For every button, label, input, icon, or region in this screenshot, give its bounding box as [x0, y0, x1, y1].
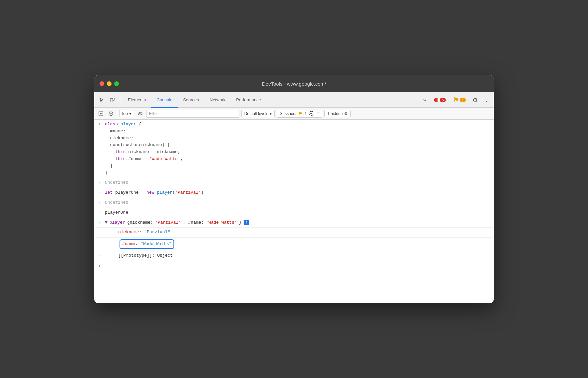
more-tabs-button[interactable]: »	[421, 97, 429, 103]
tabs-toolbar: Elements Console Sources Network Perform…	[94, 92, 494, 108]
left-arrow-3: ‹	[94, 219, 105, 226]
svg-point-7	[140, 113, 141, 114]
console-input[interactable]	[105, 263, 494, 268]
let-playerone-line: › let playerOne = new player('Parzival')	[94, 188, 494, 198]
expand-arrow-4	[94, 228, 105, 229]
minimize-button[interactable]	[107, 81, 112, 86]
expand-arrow-3[interactable]: ›	[94, 209, 105, 216]
svg-marker-3	[100, 113, 102, 115]
error-badge: 5	[440, 98, 446, 102]
issues-chat-count: 2	[316, 111, 319, 116]
console-prompt[interactable]: ›	[94, 261, 494, 271]
name-prop-line: #name: "Wade Watts"	[94, 238, 494, 251]
cursor-icon[interactable]	[97, 95, 106, 105]
execute-button[interactable]	[97, 110, 105, 118]
close-button[interactable]	[100, 81, 104, 86]
undefined-value-1: undefined	[105, 179, 494, 187]
console-content: › class player { #name; nickname; constr…	[94, 120, 494, 303]
toolbar-icons	[97, 92, 121, 107]
fullscreen-button[interactable]	[114, 81, 119, 86]
class-code: class player { #name; nickname; construc…	[105, 120, 494, 177]
top-label: top	[122, 111, 128, 116]
issues-chat-icon: 💬	[309, 111, 314, 116]
name-property: #name: "Wade Watts"	[105, 238, 494, 250]
tab-elements[interactable]: Elements	[123, 93, 151, 108]
warning-badge: 1	[460, 98, 466, 102]
chevron-down-icon: ▾	[270, 111, 272, 116]
issues-label: 3 Issues:	[280, 111, 296, 116]
divider	[117, 110, 117, 117]
nickname-property: nickname: "Parzival"	[105, 228, 494, 237]
issues-warn-icon: ⚑	[298, 111, 303, 116]
device-toggle-icon[interactable]	[108, 95, 117, 105]
tab-network[interactable]: Network	[204, 93, 231, 108]
hidden-button[interactable]: 1 hidden ⚙	[324, 110, 351, 117]
more-options-button[interactable]: ⋮	[482, 95, 491, 105]
prototype-line: › [[Prototype]]: Object	[94, 251, 494, 261]
playerone-label: playerOne	[105, 209, 494, 217]
undefined-line-1: ‹ undefined	[94, 178, 494, 188]
expand-arrow[interactable]: ›	[94, 120, 105, 128]
left-arrow-1: ‹	[94, 179, 105, 186]
svg-rect-0	[110, 99, 113, 102]
let-code: let playerOne = new player('Parzival')	[105, 189, 494, 197]
nickname-prop-line: nickname: "Parzival"	[94, 228, 494, 238]
traffic-lights	[100, 81, 119, 86]
tab-performance[interactable]: Performance	[231, 93, 266, 108]
hidden-label: 1 hidden	[327, 111, 343, 116]
prompt-arrow: ›	[94, 262, 105, 270]
left-arrow-2: ‹	[94, 199, 105, 206]
warning-count-button[interactable]: ⚑ 1	[450, 95, 468, 105]
gear-icon: ⚙	[472, 96, 478, 104]
vertical-dots-icon: ⋮	[482, 97, 490, 103]
chevron-down-icon: ▾	[129, 111, 131, 116]
issues-button[interactable]: 3 Issues: ⚑ 1 💬 2	[277, 110, 322, 118]
default-levels-label: Default levels	[244, 111, 268, 116]
filter-input[interactable]	[146, 110, 239, 118]
playerone-line: › playerOne	[94, 208, 494, 218]
expand-arrow-6[interactable]: ›	[94, 252, 105, 259]
player-object: ▼player {nickname: 'Parzival', #name: 'W…	[105, 219, 494, 227]
gear-icon: ⚙	[344, 111, 348, 116]
devtools-window: DevTools - www.google.com/ Elements Cons…	[94, 75, 494, 303]
undefined-line-2: ‹ undefined	[94, 198, 494, 208]
svg-rect-1	[113, 98, 114, 100]
clear-console-button[interactable]	[107, 110, 115, 118]
context-dropdown[interactable]: top ▾	[119, 110, 134, 117]
console-toolbar: top ▾ Default levels ▾ 3 Issues: ⚑ 1 💬 2…	[94, 108, 494, 120]
class-block-line: › class player { #name; nickname; constr…	[94, 120, 494, 178]
tab-console[interactable]: Console	[151, 93, 178, 108]
undefined-value-2: undefined	[105, 199, 494, 207]
issues-warn-count: 1	[305, 111, 307, 116]
prototype-value: [[Prototype]]: Object	[105, 252, 494, 260]
info-icon: i	[244, 220, 249, 225]
tab-sources[interactable]: Sources	[178, 93, 204, 108]
player-object-line: ‹ ▼player {nickname: 'Parzival', #name: …	[94, 218, 494, 228]
svg-point-6	[138, 112, 142, 115]
titlebar: DevTools - www.google.com/	[94, 75, 494, 92]
eye-icon-button[interactable]	[136, 110, 144, 118]
expand-arrow-5	[94, 238, 105, 239]
settings-button[interactable]: ⚙	[470, 95, 480, 105]
window-title: DevTools - www.google.com/	[262, 81, 326, 87]
expand-arrow-2[interactable]: ›	[94, 189, 105, 196]
player-triangle[interactable]: ▼	[105, 219, 108, 226]
toolbar-right: » ⊗ 5 ⚑ 1 ⚙ ⋮	[421, 92, 491, 107]
default-levels-dropdown[interactable]: Default levels ▾	[241, 110, 275, 117]
highlighted-name-prop: #name: "Wade Watts"	[120, 239, 174, 249]
error-count-button[interactable]: ⊗ 5	[431, 95, 448, 105]
